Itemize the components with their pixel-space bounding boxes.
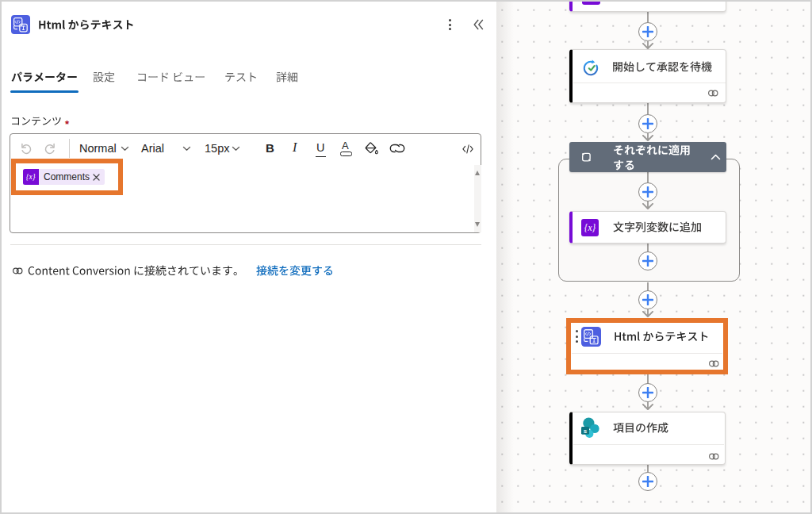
svg-text:s: s xyxy=(584,428,588,435)
